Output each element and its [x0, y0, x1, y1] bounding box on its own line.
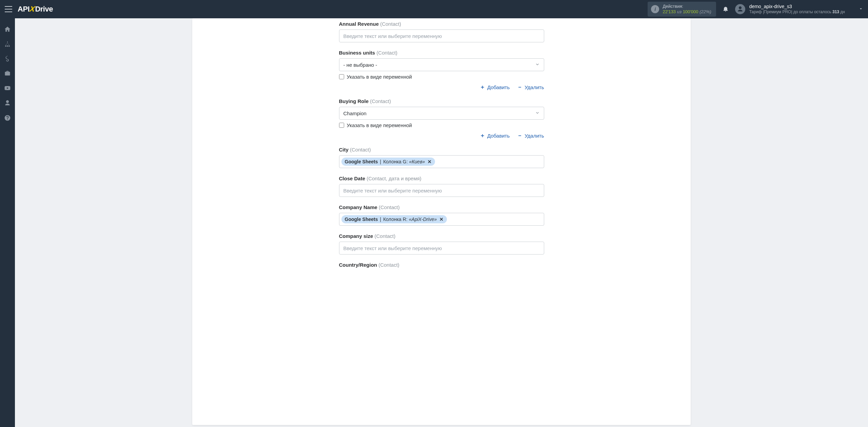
user-menu[interactable]: demo_apix-drive_s3 Тариф |Премиум PRO| д…: [735, 4, 863, 15]
chevron-down-icon: [859, 6, 863, 12]
logo[interactable]: APIXDrive: [18, 5, 53, 14]
tariff-line: Тариф |Премиум PRO| до оплаты осталось 3…: [749, 9, 845, 15]
menu-toggle[interactable]: [5, 6, 12, 12]
avatar-icon: [735, 4, 745, 14]
notifications-icon[interactable]: [722, 5, 729, 13]
actions-label: Действия:: [663, 4, 711, 9]
username: demo_apix-drive_s3: [749, 4, 845, 10]
info-icon: i: [651, 5, 659, 13]
topbar: APIXDrive i Действия: 22'133 из 100'000 …: [0, 0, 868, 18]
actions-counter[interactable]: i Действия: 22'133 из 100'000 (22%): [648, 2, 716, 17]
